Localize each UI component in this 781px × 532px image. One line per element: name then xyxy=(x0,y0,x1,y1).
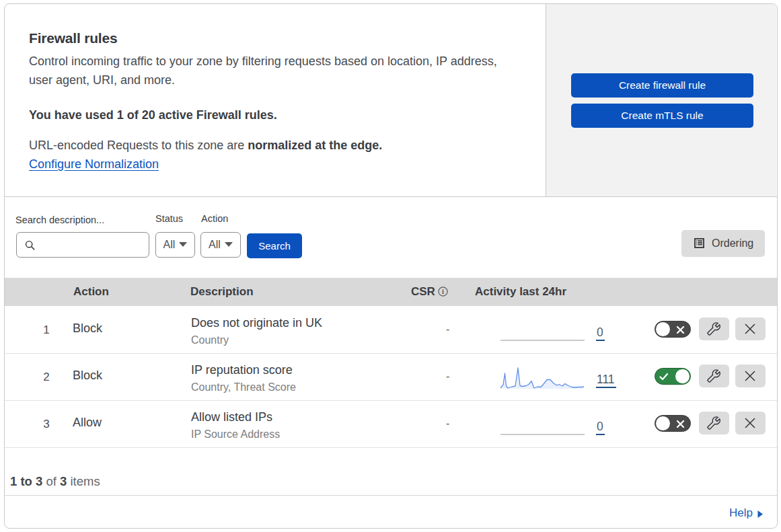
svg-text:i: i xyxy=(442,288,444,295)
